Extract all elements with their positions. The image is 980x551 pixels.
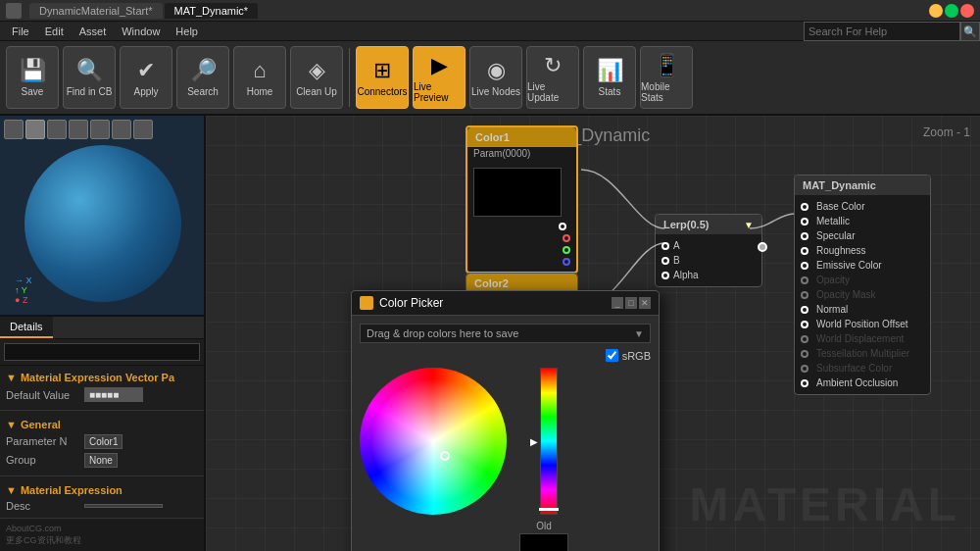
viewport: → X ↑ Y ● Z: [0, 116, 204, 317]
tab-dynamic-material[interactable]: DynamicMaterial_Start*: [29, 3, 163, 19]
mat-ao-label: Ambient Occlusion: [816, 377, 898, 388]
viewport-btn-2[interactable]: [25, 120, 45, 139]
hue-arrow: ▶: [530, 436, 538, 447]
mat-emissive-label: Emissive Color: [816, 260, 882, 271]
mat-dynamic-header: MAT_Dynamic: [795, 175, 930, 195]
color1-r-pin[interactable]: [563, 234, 570, 242]
connectors-button[interactable]: ⊞Connectors: [356, 46, 409, 109]
viewport-btn-4[interactable]: [69, 120, 88, 139]
viewport-btn-3[interactable]: [47, 120, 67, 139]
live-nodes-button[interactable]: ◉Live Nodes: [469, 46, 522, 109]
mat-worldpos-dot[interactable]: [801, 321, 808, 328]
mat-ao-pin: Ambient Occlusion: [795, 376, 930, 390]
mat-worldpos-pin: World Position Offset: [795, 317, 930, 331]
search-button-tb[interactable]: 🔎Search: [176, 46, 229, 109]
main-area: → X ↑ Y ● Z Details ▼ Material Expressio…: [0, 116, 980, 551]
lerp-b-pin[interactable]: [662, 257, 669, 265]
color1-subtitle: Param(0000): [467, 147, 576, 160]
search-input[interactable]: [804, 22, 960, 41]
menu-window[interactable]: Window: [114, 24, 168, 39]
color1-g-pin[interactable]: [563, 246, 570, 254]
hue-slider[interactable]: [540, 368, 558, 515]
param-name-value[interactable]: Color1: [84, 434, 122, 449]
mat-normal-dot[interactable]: [801, 306, 808, 314]
menu-edit[interactable]: Edit: [37, 24, 72, 39]
mat-emissive-dot[interactable]: [801, 262, 808, 270]
mat-worlddisp-dot[interactable]: [801, 335, 808, 343]
lerp-title: Lerp(0.5): [663, 219, 709, 230]
desc-row: Desc: [6, 498, 198, 514]
color-picker-title: Color Picker: [379, 296, 443, 310]
lerp-pin-alpha: Alpha: [656, 268, 761, 282]
search-button[interactable]: 🔍: [960, 22, 980, 41]
mat-dynamic-node[interactable]: MAT_Dynamic Base Color Metallic Specular…: [794, 175, 931, 395]
mat-subsurf-dot[interactable]: [801, 365, 808, 373]
details-tab[interactable]: Details: [0, 317, 53, 338]
mat-specular-dot[interactable]: [801, 232, 808, 240]
viewport-btn-5[interactable]: [90, 120, 110, 139]
menu-file[interactable]: File: [4, 24, 37, 39]
live-preview-button[interactable]: ▶Live Preview: [413, 46, 466, 109]
mat-opacitymask-dot[interactable]: [801, 291, 808, 299]
color-wheel-container[interactable]: [360, 368, 507, 551]
mat-tess-dot[interactable]: [801, 350, 808, 358]
cleanup-button[interactable]: ◈Clean Up: [290, 46, 343, 109]
save-button[interactable]: 💾Save: [6, 46, 59, 109]
mat-ao-dot[interactable]: [801, 379, 808, 387]
lerp-a-pin[interactable]: [662, 242, 669, 250]
live-update-icon: ↻: [544, 53, 562, 78]
cp-minimize-btn[interactable]: _: [612, 297, 623, 309]
viewport-btn-1[interactable]: [4, 120, 24, 139]
toolbar: 💾Save 🔍Find in CB ✔Apply 🔎Search ⌂Home ◈…: [0, 41, 980, 116]
mat-roughness-dot[interactable]: [801, 247, 808, 255]
color-wheel[interactable]: [360, 368, 507, 515]
menu-asset[interactable]: Asset: [72, 24, 115, 39]
canvas-area[interactable]: MAT_Dynamic Zoom - 1 Color1 Param(0000): [206, 116, 980, 551]
maximize-button[interactable]: [945, 4, 958, 18]
mat-metallic-dot[interactable]: [801, 218, 808, 225]
color1-b-pin[interactable]: [563, 258, 570, 266]
section-arrow: ▼: [6, 372, 17, 383]
lerp-header: Lerp(0.5) ▼: [656, 215, 761, 234]
mat-basecolor-dot[interactable]: [801, 203, 808, 211]
general-arrow: ▼: [6, 419, 17, 430]
lerp-node[interactable]: Lerp(0.5) ▼ A B Alpha: [655, 214, 762, 287]
cp-maximize-btn[interactable]: □: [625, 297, 637, 309]
viewport-btn-6[interactable]: [112, 120, 131, 139]
title-tabs: DynamicMaterial_Start* MAT_Dynamic*: [29, 3, 921, 19]
mat-metallic-label: Metallic: [816, 216, 850, 226]
minimize-button[interactable]: [929, 4, 943, 18]
live-preview-icon: ▶: [431, 53, 448, 78]
stats-button[interactable]: 📊Stats: [583, 46, 636, 109]
default-value[interactable]: ■■■■■: [84, 387, 143, 402]
mat-roughness-pin: Roughness: [795, 243, 930, 258]
srgb-checkbox[interactable]: [606, 349, 618, 362]
menu-help[interactable]: Help: [168, 24, 206, 39]
panel-search-input[interactable]: [4, 343, 200, 361]
color-wheel-crosshair: [440, 451, 450, 461]
live-update-button[interactable]: ↻Live Update: [526, 46, 579, 109]
color-picker-titlebar: Color Picker _ □ ✕: [352, 291, 659, 316]
lerp-alpha-pin[interactable]: [662, 272, 669, 279]
home-button[interactable]: ⌂Home: [233, 46, 286, 109]
color1-output-pin[interactable]: [559, 223, 566, 230]
section-title-matexpr: ▼ Material Expression Vector Pa: [6, 370, 198, 385]
find-in-cb-button[interactable]: 🔍Find in CB: [63, 46, 116, 109]
mat-opacity-dot[interactable]: [801, 276, 808, 284]
tab-mat-dynamic[interactable]: MAT_Dynamic*: [165, 3, 259, 19]
color-picker-drop-bar[interactable]: Drag & drop colors here to save ▼: [360, 324, 651, 343]
viewport-axes: → X ↑ Y ● Z: [15, 276, 32, 305]
mat-tess-pin: Tessellation Multiplier: [795, 346, 930, 361]
color1-node[interactable]: Color1 Param(0000): [466, 125, 578, 274]
mobile-stats-button[interactable]: 📱Mobile Stats: [640, 46, 693, 109]
group-value[interactable]: None: [84, 453, 118, 468]
desc-value[interactable]: [84, 504, 163, 508]
lerp-output-pin[interactable]: [758, 242, 767, 252]
viewport-btn-7[interactable]: [133, 120, 153, 139]
apply-button[interactable]: ✔Apply: [120, 46, 172, 109]
lerp-expand[interactable]: ▼: [744, 220, 754, 230]
cp-close-btn[interactable]: ✕: [639, 297, 651, 309]
lerp-body: A B Alpha: [656, 234, 761, 286]
close-button[interactable]: [960, 4, 974, 18]
section-title-general: ▼ General: [6, 417, 198, 432]
